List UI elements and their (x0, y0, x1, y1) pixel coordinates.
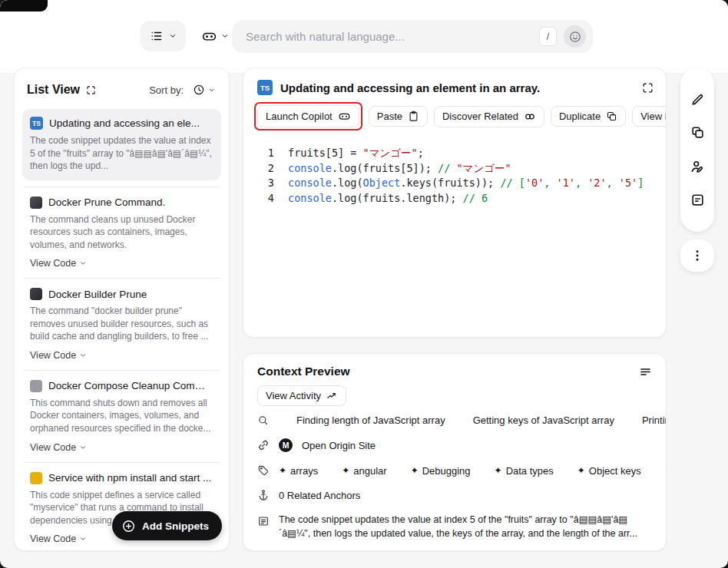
copilot-mode-dropdown[interactable] (195, 21, 235, 51)
code-token: "マンゴー" (363, 146, 418, 161)
code-token: '1' (557, 176, 575, 191)
list-item[interactable]: Docker Builder Prune The command "docker… (24, 278, 220, 370)
search-input[interactable] (246, 30, 539, 43)
view-code-label: View Code (30, 442, 76, 453)
code-token: // (438, 161, 456, 177)
tags-row: ✦arrays ✦angular ✦Debugging ✦Data types … (243, 458, 666, 483)
tag-chip[interactable]: ✦Data types (495, 465, 554, 477)
chevron-down-icon (221, 32, 229, 40)
code-token: ] (637, 176, 644, 191)
code-token: // [ (500, 176, 525, 191)
paste-label: Paste (377, 111, 402, 122)
tag-chip[interactable]: ✦Array (665, 465, 666, 477)
code-editor[interactable]: 1fruits[5] = "マンゴー";2console.log(fruits[… (257, 146, 666, 206)
more-options-icon[interactable] (690, 249, 704, 263)
code-token: '5' (619, 176, 637, 191)
discover-related-label: Discover Related (442, 111, 518, 122)
tag-label: Data types (506, 465, 554, 477)
annotation-icon[interactable] (690, 193, 705, 207)
code-token: console (288, 176, 332, 191)
tag-chip[interactable]: ✦angular (342, 465, 386, 477)
typescript-badge-icon: TS (257, 80, 273, 95)
chevron-down-icon (79, 444, 87, 451)
snippet-title: Updating and accessing an ele... (49, 117, 200, 129)
clipboard-icon (408, 111, 419, 122)
context-menu-icon[interactable] (639, 365, 652, 378)
line-number: 1 (257, 146, 274, 161)
snippet-title: Updating and accessing an element in an … (280, 81, 634, 94)
copy-icon[interactable] (690, 125, 705, 140)
view-code-label: View Code (30, 533, 76, 544)
sparkle-icon: ✦ (665, 465, 666, 476)
expand-snippet-icon[interactable] (642, 82, 654, 94)
view-activity-button[interactable]: View Activity (257, 385, 346, 406)
view-mode-dropdown[interactable] (141, 21, 186, 51)
view-code-toggle[interactable]: View Code (30, 350, 213, 361)
note-icon (257, 515, 270, 527)
snippet-title: Docker Compose Cleanup Comma... (48, 380, 213, 391)
chevron-down-icon (79, 259, 87, 267)
tag-chip[interactable]: ✦arrays (279, 465, 318, 477)
edit-pencil-icon[interactable] (690, 92, 705, 107)
code-line: 3console.log(Object.keys(fruits)); // ['… (257, 176, 666, 191)
search-icon (257, 414, 269, 426)
related-search[interactable]: Printing specif (642, 414, 666, 426)
add-snippets-button[interactable]: Add Snippets (112, 511, 222, 540)
emoji-avatar-icon[interactable] (564, 25, 586, 48)
anchors-row[interactable]: 0 Related Anchors (243, 483, 666, 507)
code-token: .log( (332, 176, 363, 191)
code-token: ; (418, 146, 424, 161)
code-token: .keys(fruits)); (400, 176, 500, 191)
code-token: console (288, 161, 332, 177)
list-item-selected[interactable]: TS Updating and accessing an ele... The … (22, 109, 221, 180)
sort-dropdown[interactable] (188, 80, 220, 100)
tag-label: Object keys (589, 465, 641, 477)
person-edit-icon[interactable] (690, 159, 705, 174)
view-in-gallery-button[interactable]: View in Gallery (632, 106, 666, 127)
discover-related-button[interactable]: Discover Related (434, 106, 544, 127)
panel-title: List View (27, 83, 80, 97)
tag-chip[interactable]: ✦Debugging (411, 465, 471, 477)
typescript-badge-icon: TS (30, 117, 43, 130)
tag-chip[interactable]: ✦Object keys (577, 465, 641, 477)
list-item[interactable]: Docker Prune Command. The command cleans… (24, 187, 220, 279)
list-item[interactable]: Docker Compose Cleanup Comma... This com… (24, 370, 220, 462)
search-bar: / (232, 20, 593, 53)
snippet-toolbar: Launch Copilot Paste Discover Related (243, 102, 666, 130)
copy-icon (606, 111, 617, 122)
chevron-down-icon (79, 352, 87, 359)
related-search[interactable]: Finding length of JavaScript array (296, 414, 445, 426)
chevron-down-icon (208, 87, 215, 94)
code-token: '0' (525, 176, 544, 191)
code-token: .log(fruits.length); (332, 191, 463, 206)
code-token: , (607, 176, 619, 191)
code-line: 4console.log(fruits.length); // 6 (257, 191, 666, 206)
copilot-icon (338, 110, 351, 123)
expand-list-icon[interactable] (86, 85, 96, 95)
anchors-label: 0 Related Anchors (279, 490, 360, 501)
view-code-label: View Code (30, 258, 76, 269)
sparkle-icon: ✦ (495, 465, 502, 476)
line-number: 4 (257, 191, 274, 206)
open-origin-link[interactable]: Open Origin Site (302, 440, 376, 451)
sidebar-header: List View Sort by: (15, 68, 229, 107)
anchor-icon (257, 489, 270, 501)
origin-row: M Open Origin Site (243, 432, 666, 458)
paste-button[interactable]: Paste (369, 106, 428, 127)
code-token: "マンゴー" (456, 161, 511, 177)
related-search[interactable]: Getting keys of JavaScript array (473, 414, 614, 426)
view-code-toggle[interactable]: View Code (30, 258, 213, 269)
view-in-gallery-label: View in Gallery (640, 111, 666, 122)
view-activity-label: View Activity (266, 390, 321, 401)
tag-label: angular (353, 465, 386, 477)
more-options-container (680, 239, 714, 272)
snippet-list: TS Updating and accessing an ele... The … (15, 109, 229, 551)
duplicate-button[interactable]: Duplicate (551, 106, 626, 127)
code-line: 1fruits[5] = "マンゴー"; (257, 146, 666, 161)
copilot-icon (201, 28, 217, 45)
list-layout-icon (150, 29, 164, 43)
view-code-toggle[interactable]: View Code (30, 442, 213, 453)
launch-copilot-button[interactable]: Launch Copilot (257, 105, 359, 127)
top-bar: / (0, 0, 728, 73)
code-token: Object (363, 176, 401, 191)
